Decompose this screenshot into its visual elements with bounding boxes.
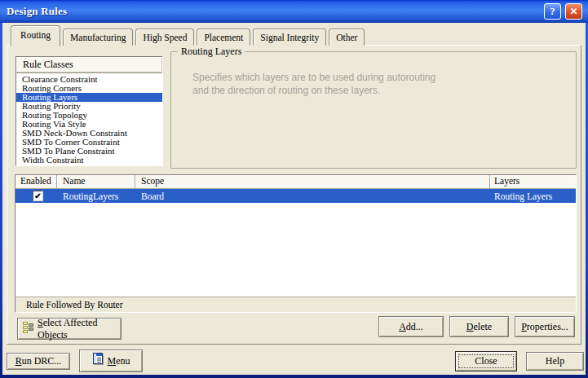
routing-tab-page: Rule Classes Clearance Constraint Routin…: [7, 45, 581, 345]
help-button[interactable]: Help: [526, 352, 584, 371]
focus-rectangle: [458, 354, 514, 368]
tab-placement[interactable]: Placement: [197, 29, 250, 46]
column-header-layers[interactable]: Layers: [490, 175, 576, 188]
title-bar[interactable]: Design Rules ? ✕: [0, 0, 588, 23]
add-button[interactable]: Add...: [378, 316, 444, 337]
delete-button[interactable]: Delete: [449, 316, 509, 337]
rule-description-text: Specifies which layers are to be used du…: [192, 72, 437, 97]
table-row[interactable]: ✔ RoutingLayers Board Routing Layers: [15, 189, 576, 203]
groupbox-title: Routing Layers: [178, 46, 245, 58]
column-header-enabled[interactable]: Enabled: [15, 175, 57, 188]
tab-strip: Routing Manufacturing High Speed Placeme…: [11, 24, 367, 46]
column-header-name[interactable]: Name: [57, 175, 135, 188]
enabled-cell: ✔: [15, 191, 57, 201]
column-header-scope[interactable]: Scope: [135, 175, 490, 188]
select-affected-objects-button[interactable]: Select Affected Objects: [17, 318, 122, 340]
rule-classes-list: Clearance Constraint Routing Corners Rou…: [16, 73, 162, 165]
menu-icon: [92, 353, 104, 369]
window-title: Design Rules: [0, 5, 67, 18]
select-objects-icon: [23, 322, 33, 336]
close-icon[interactable]: ✕: [565, 3, 582, 20]
help-icon[interactable]: ?: [544, 3, 561, 20]
scope-cell: Board: [135, 190, 490, 203]
menu-button[interactable]: Menu: [79, 349, 143, 372]
close-button[interactable]: Close: [455, 351, 517, 371]
design-rules-dialog: Design Rules ? ✕ Routing Manufacturing H…: [0, 0, 588, 378]
enabled-checkbox[interactable]: ✔: [33, 191, 43, 201]
tab-manufacturing[interactable]: Manufacturing: [63, 29, 133, 46]
tab-other[interactable]: Other: [329, 29, 365, 46]
dialog-client-area: Routing Manufacturing High Speed Placeme…: [2, 23, 586, 375]
rule-classes-header: Rule Classes: [16, 57, 162, 73]
tab-routing[interactable]: Routing: [11, 25, 60, 46]
name-cell: RoutingLayers: [57, 190, 135, 203]
rule-status-bar: Rule Followed By Router: [15, 297, 576, 312]
properties-button[interactable]: Properties...: [515, 316, 575, 337]
tab-high-speed[interactable]: High Speed: [135, 29, 194, 46]
grid-empty-area: [15, 203, 576, 297]
tab-signal-integrity[interactable]: Signal Integrity: [253, 29, 326, 46]
grid-header-row: Enabled Name Scope Layers: [15, 175, 576, 189]
rule-classes-listbox: Rule Classes Clearance Constraint Routin…: [15, 56, 163, 166]
rule-description-groupbox: Routing Layers Specifies which layers ar…: [170, 51, 577, 169]
layers-cell: Routing Layers: [490, 190, 576, 203]
run-drc-button[interactable]: Run DRC...: [7, 353, 70, 370]
rules-grid: Enabled Name Scope Layers ✔ RoutingLayer…: [15, 174, 577, 313]
list-item[interactable]: Width Constraint: [16, 156, 162, 165]
